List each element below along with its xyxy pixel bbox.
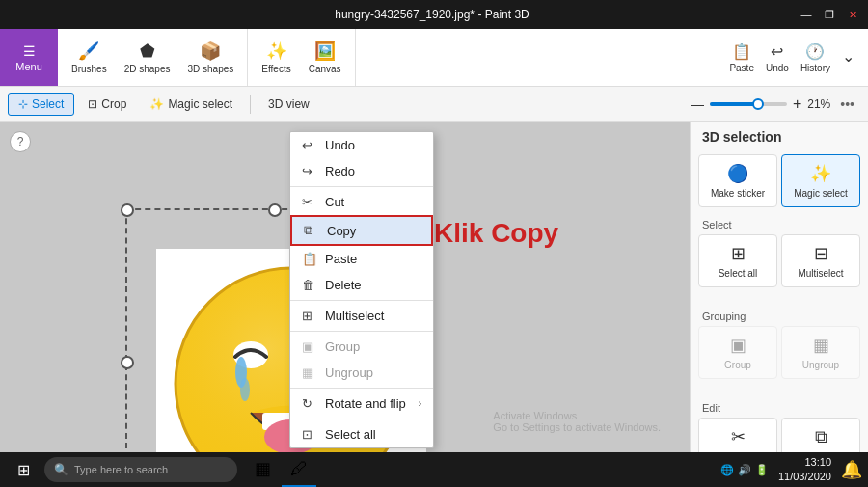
- make-sticker-label: Make sticker: [711, 188, 765, 199]
- undo-button[interactable]: ↩ Undo: [760, 39, 795, 77]
- paste-icon: 📋: [732, 42, 751, 61]
- ctx-cut[interactable]: ✂ Cut: [290, 189, 433, 215]
- rotate-icon: ↻: [302, 396, 317, 411]
- ctx-paste[interactable]: 📋 Paste: [290, 246, 433, 272]
- panel-title: 3D selection: [698, 129, 860, 145]
- copy-icon: ⧉: [304, 223, 319, 238]
- handle-middle-left[interactable]: [121, 356, 134, 369]
- crop-icon: ⊡: [88, 97, 97, 111]
- taskbar-time: 13:10: [804, 455, 831, 470]
- more-options-button[interactable]: •••: [834, 95, 860, 114]
- 3d-shapes-label: 3D shapes: [188, 64, 234, 74]
- 3d-view-button[interactable]: 3D view: [258, 94, 319, 115]
- zoom-plus-button[interactable]: +: [793, 95, 801, 113]
- canvas-button[interactable]: 🖼️ Canvas: [303, 37, 347, 78]
- magic-select-panel-button[interactable]: ✨ Magic select: [781, 154, 860, 207]
- brushes-label: Brushes: [71, 64, 107, 74]
- zoom-control: — + 21%: [691, 95, 830, 113]
- selectall-icon: ⊡: [302, 427, 317, 442]
- ctx-redo[interactable]: ↪ Redo: [290, 158, 433, 184]
- notification-button[interactable]: 🔔: [841, 459, 862, 480]
- magic-select-icon: ✨: [149, 97, 164, 111]
- window-controls[interactable]: — ❐ ✕: [799, 9, 860, 21]
- right-panel: 3D selection 🔵 Make sticker ✨ Magic sele…: [690, 122, 868, 452]
- ctx-copy[interactable]: ⧉ Copy: [290, 215, 433, 246]
- close-button[interactable]: ✕: [845, 9, 860, 21]
- toolbar-separator: [250, 95, 251, 114]
- ctx-selectall[interactable]: ⊡ Select all: [290, 421, 433, 447]
- history-icon: 🕐: [805, 42, 825, 61]
- select-label: Select: [32, 97, 64, 111]
- context-menu: ↩ Undo ↪ Redo ✂ Cut ⧉ Copy 📋 Paste 🗑: [289, 131, 434, 448]
- windows-icon: ⊞: [17, 461, 30, 479]
- minimize-button[interactable]: —: [799, 9, 814, 21]
- more-button[interactable]: ⌄: [836, 43, 860, 71]
- ungroup-icon: ▦: [302, 365, 317, 380]
- 2d-shapes-icon: ⬟: [140, 41, 155, 62]
- network-icon[interactable]: 🌐: [720, 464, 734, 476]
- ctx-undo[interactable]: ↩ Undo: [290, 132, 433, 158]
- 3d-shapes-button[interactable]: 📦 3D shapes: [182, 37, 240, 78]
- clock[interactable]: 13:10 11/03/2020: [778, 455, 831, 485]
- ctx-delete[interactable]: 🗑 Delete: [290, 272, 433, 298]
- menu-button[interactable]: ☰ Menu: [0, 29, 58, 86]
- crop-label: Crop: [101, 97, 126, 111]
- canvas-area[interactable]: ? ↻: [0, 122, 690, 452]
- system-tray: 🌐 🔊 🔋: [715, 464, 774, 476]
- cut-icon: ✂: [302, 195, 317, 209]
- multiselect-icon: ⊞: [302, 309, 317, 323]
- canvas-icon: 🖼️: [314, 41, 336, 62]
- edit-buttons: ✂ ⧉ 📋 🗑: [698, 418, 860, 452]
- magic-select-button[interactable]: ✨ Magic select: [140, 94, 242, 115]
- title-bar: hungry-3432567_1920.jpg* - Paint 3D — ❐ …: [0, 0, 868, 29]
- brushes-icon: 🖌️: [78, 41, 99, 62]
- svg-point-6: [240, 378, 250, 401]
- 3d-view-label: 3D view: [268, 97, 310, 111]
- maximize-button[interactable]: ❐: [822, 9, 837, 21]
- zoom-minus-button[interactable]: —: [691, 96, 704, 112]
- ctx-rotate[interactable]: ↻ Rotate and flip ›: [290, 391, 433, 417]
- history-button[interactable]: 🕐 History: [795, 39, 836, 77]
- select-all-label: Select all: [719, 268, 758, 279]
- zoom-value: 21%: [807, 97, 830, 111]
- help-hint[interactable]: ?: [10, 131, 31, 152]
- paste-label: Paste: [729, 63, 754, 73]
- crop-tool-button[interactable]: ⊡ Crop: [78, 94, 136, 115]
- ctx-separator-3: [290, 331, 433, 332]
- multiselect-panel-button[interactable]: ⊟ Multiselect: [781, 234, 860, 287]
- canvas-label: Canvas: [309, 64, 341, 74]
- volume-icon[interactable]: 🔊: [738, 464, 751, 476]
- handle-top-left[interactable]: [121, 203, 134, 217]
- ctx-multiselect[interactable]: ⊞ Multiselect: [290, 303, 433, 329]
- paint3d-taskbar-button[interactable]: 🖊: [282, 452, 316, 487]
- make-sticker-button[interactable]: 🔵 Make sticker: [698, 154, 777, 207]
- effects-button[interactable]: ✨ Effects: [256, 37, 296, 78]
- battery-icon[interactable]: 🔋: [755, 464, 769, 476]
- ctx-rotate-label: Rotate and flip: [325, 396, 406, 411]
- brushes-button[interactable]: 🖌️ Brushes: [66, 37, 113, 78]
- grouping-buttons: ▣ Group ▦ Ungroup: [698, 326, 860, 379]
- 2d-shapes-button[interactable]: ⬟ 2D shapes: [119, 37, 176, 78]
- cut-panel-button[interactable]: ✂: [698, 418, 777, 452]
- magic-select-panel-label: Magic select: [794, 188, 848, 199]
- paste-button[interactable]: 📋 Paste: [723, 39, 760, 77]
- delete-icon: 🗑: [302, 278, 317, 292]
- ribbon-view-group: ✨ Effects 🖼️ Canvas: [248, 29, 355, 86]
- 2d-shapes-label: 2D shapes: [124, 64, 171, 74]
- task-view-button[interactable]: ▦: [245, 452, 280, 487]
- ctx-copy-label: Copy: [327, 224, 356, 238]
- zoom-slider[interactable]: [710, 102, 787, 106]
- paste-ctx-icon: 📋: [302, 252, 317, 266]
- group-panel-icon: ▣: [730, 335, 746, 356]
- ctx-paste-label: Paste: [325, 252, 357, 266]
- taskbar-search-box[interactable]: 🔍 Type here to search: [44, 457, 237, 482]
- history-label: History: [800, 63, 830, 73]
- select-all-icon: ⊞: [731, 243, 746, 264]
- copy-panel-button[interactable]: ⧉: [781, 418, 860, 452]
- panel-top-buttons: 🔵 Make sticker ✨ Magic select: [698, 154, 860, 207]
- ungroup-panel-label: Ungroup: [802, 360, 839, 370]
- select-tool-button[interactable]: ⊹ Select: [8, 93, 74, 116]
- start-button[interactable]: ⊞: [6, 452, 41, 487]
- select-all-panel-button[interactable]: ⊞ Select all: [698, 234, 777, 287]
- handle-top-middle[interactable]: [268, 203, 282, 217]
